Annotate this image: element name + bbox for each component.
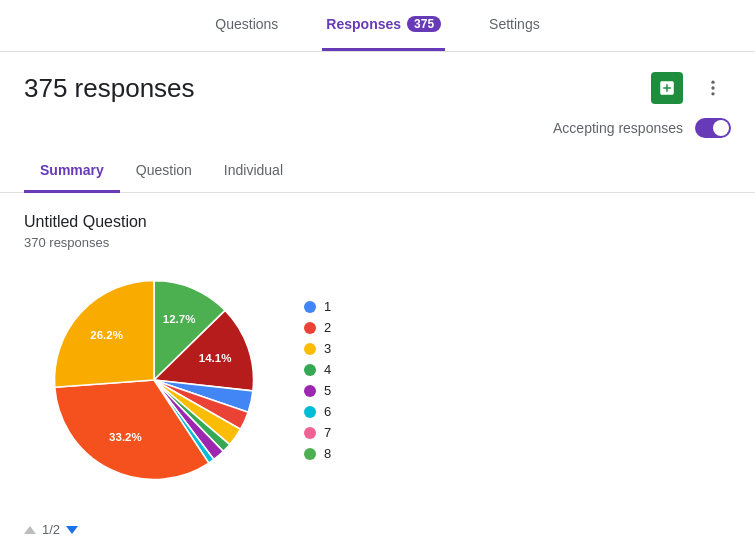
sub-nav-summary[interactable]: Summary [24,150,120,193]
legend-label: 8 [324,446,331,461]
legend-dot [304,448,316,460]
nav-item-settings[interactable]: Settings [485,0,544,51]
legend-item: 5 [304,383,331,398]
sub-navigation: Summary Question Individual [0,150,755,193]
svg-text:26.2%: 26.2% [90,329,123,341]
nav-label-responses: Responses [326,16,401,32]
chart-legend: 1 2 3 4 5 6 7 8 [304,299,331,461]
legend-label: 4 [324,362,331,377]
legend-label: 7 [324,425,331,440]
legend-item: 1 [304,299,331,314]
legend-dot [304,406,316,418]
legend-dot [304,427,316,439]
legend-label: 2 [324,320,331,335]
svg-text:33.2%: 33.2% [109,431,142,443]
legend-dot [304,385,316,397]
response-count: 375 responses [24,73,195,104]
nav-item-responses[interactable]: Responses 375 [322,0,445,51]
legend-label: 5 [324,383,331,398]
accepting-toggle[interactable] [695,118,731,138]
add-destination-button[interactable] [651,72,683,104]
main-content: Untitled Question 370 responses 12.7%14.… [0,193,755,510]
legend-item: 3 [304,341,331,356]
sub-nav-individual[interactable]: Individual [208,150,299,193]
nav-label-questions: Questions [215,16,278,32]
nav-item-questions[interactable]: Questions [211,0,282,51]
legend-item: 6 [304,404,331,419]
nav-label-settings: Settings [489,16,540,32]
svg-point-1 [711,86,714,89]
responses-badge: 375 [407,16,441,32]
top-navigation: Questions Responses 375 Settings [0,0,755,52]
svg-point-0 [711,81,714,84]
legend-item: 4 [304,362,331,377]
pie-chart-accurate: 12.7%14.1%33.2%26.2% [44,270,264,490]
pagination-text: 1/2 [42,522,60,537]
header-actions [651,70,731,106]
legend-dot [304,343,316,355]
legend-label: 3 [324,341,331,356]
accepting-responses-row: Accepting responses [0,114,755,150]
svg-text:14.1%: 14.1% [199,352,232,364]
accepting-label: Accepting responses [553,120,683,136]
pagination: 1/2 [0,522,755,537]
svg-text:12.7%: 12.7% [163,313,196,325]
legend-item: 7 [304,425,331,440]
legend-item: 8 [304,446,331,461]
question-title: Untitled Question [24,213,731,231]
legend-dot [304,364,316,376]
prev-page-icon[interactable] [24,526,36,534]
page-header: 375 responses [0,52,755,114]
legend-item: 2 [304,320,331,335]
next-page-icon[interactable] [66,526,78,534]
legend-label: 6 [324,404,331,419]
question-response-count: 370 responses [24,235,731,250]
more-options-button[interactable] [695,70,731,106]
sub-nav-question[interactable]: Question [120,150,208,193]
legend-dot [304,301,316,313]
chart-area: 12.7%14.1%33.2%26.2% [24,270,731,490]
legend-dot [304,322,316,334]
legend-label: 1 [324,299,331,314]
svg-point-2 [711,92,714,95]
